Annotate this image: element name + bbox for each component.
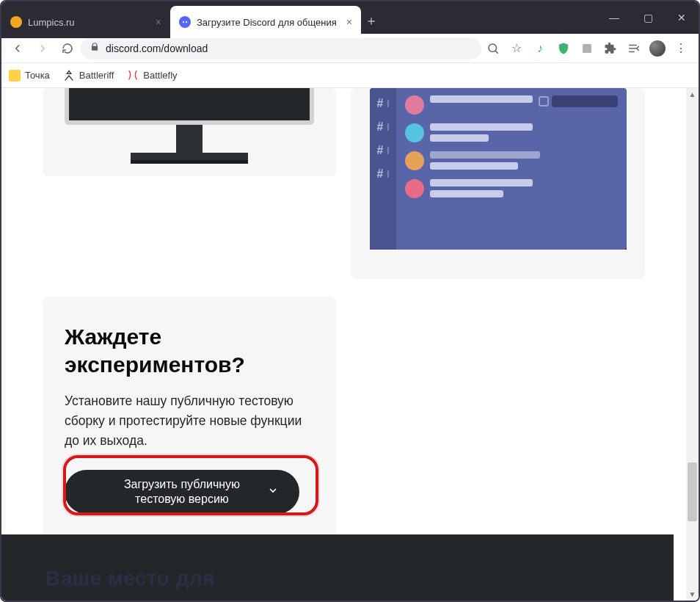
page-footer: Ваше место для [1,534,674,601]
back-button[interactable] [6,37,29,60]
experiment-heading: Жаждете экспериментов? [65,323,314,378]
close-icon[interactable]: × [156,16,161,28]
experiment-body: Установите нашу публичную тестовую сборк… [65,391,314,451]
laptop-illustration-card: # # # # [351,88,645,279]
titlebar: Lumpics.ru × Загрузите Discord для общен… [1,1,699,34]
experiment-card: Жаждете экспериментов? Установите нашу п… [43,297,336,546]
scroll-up-icon[interactable]: ▲ [686,88,699,101]
tab-lumpics[interactable]: Lumpics.ru × [1,6,170,38]
address-bar[interactable]: discord.com/download [81,37,481,59]
bookmark-tochka[interactable]: Точка [9,70,50,81]
extension-icon[interactable] [577,38,597,59]
footer-tagline: Ваше место для [45,567,215,590]
bookmark-label: Battleriff [79,70,114,81]
svg-point-0 [179,16,191,28]
reload-button[interactable] [56,37,79,60]
zoom-icon[interactable] [483,38,503,59]
star-icon[interactable]: ☆ [506,38,527,59]
reading-list-icon[interactable] [624,38,644,59]
url-text: discord.com/download [106,43,208,54]
download-button-line2: тестовую версию [135,493,229,505]
browser-toolbar: discord.com/download ☆ ♪ ⋮ [1,34,699,63]
discord-favicon [179,16,191,28]
extensions-puzzle-icon[interactable] [600,38,621,59]
window-controls: — ▢ ✕ [597,1,699,34]
tab-title: Загрузите Discord для общения [197,17,337,28]
laptop-illustration: # # # # [362,88,634,279]
chevron-down-icon [267,485,279,499]
top-row: # # # # [1,88,686,279]
download-button-label: Загрузить публичную тестовую версию [124,477,240,507]
svg-point-1 [489,44,497,52]
close-icon[interactable]: × [346,16,352,28]
minimize-button[interactable]: — [597,1,631,34]
lumpics-favicon [10,16,22,28]
monitor-illustration [65,88,314,169]
shield-extension-icon[interactable] [553,38,574,59]
profile-avatar[interactable] [647,38,668,59]
page-viewport: # # # # [1,88,686,601]
bookmark-favicon [63,70,75,81]
tab-title: Lumpics.ru [28,17,75,28]
tab-discord-download[interactable]: Загрузите Discord для общения × [170,6,361,38]
scroll-down-icon[interactable]: ▼ [686,588,699,601]
download-button-line1: Загрузить публичную [124,478,240,490]
new-tab-button[interactable]: ＋ [361,7,382,34]
bookmark-favicon [9,70,21,81]
page-content: ▲ ▼ # # [1,88,699,601]
bookmark-favicon [127,70,139,81]
bookmark-battlefly[interactable]: Battlefly [127,70,177,81]
bookmarks-bar: Точка Battleriff Battlefly [1,63,699,88]
scrollbar[interactable]: ▲ ▼ [686,88,699,601]
music-extension-icon[interactable]: ♪ [530,38,550,59]
svg-rect-2 [583,44,591,53]
monitor-illustration-card [43,88,336,176]
bookmark-label: Battlefly [143,70,177,81]
menu-icon[interactable]: ⋮ [671,38,691,59]
bookmark-label: Точка [25,70,50,81]
scroll-thumb[interactable] [688,463,697,521]
browser-window: { "tabs": [ { "title": "Lumpics.ru" }, {… [0,0,700,602]
lock-icon [90,42,100,54]
bookmark-battleriff[interactable]: Battleriff [63,70,114,81]
toolbar-right-icons: ☆ ♪ ⋮ [483,38,694,59]
maximize-button[interactable]: ▢ [631,1,665,34]
close-window-button[interactable]: ✕ [665,1,699,34]
download-ptb-button[interactable]: Загрузить публичную тестовую версию [65,470,299,514]
forward-button[interactable] [31,37,54,60]
